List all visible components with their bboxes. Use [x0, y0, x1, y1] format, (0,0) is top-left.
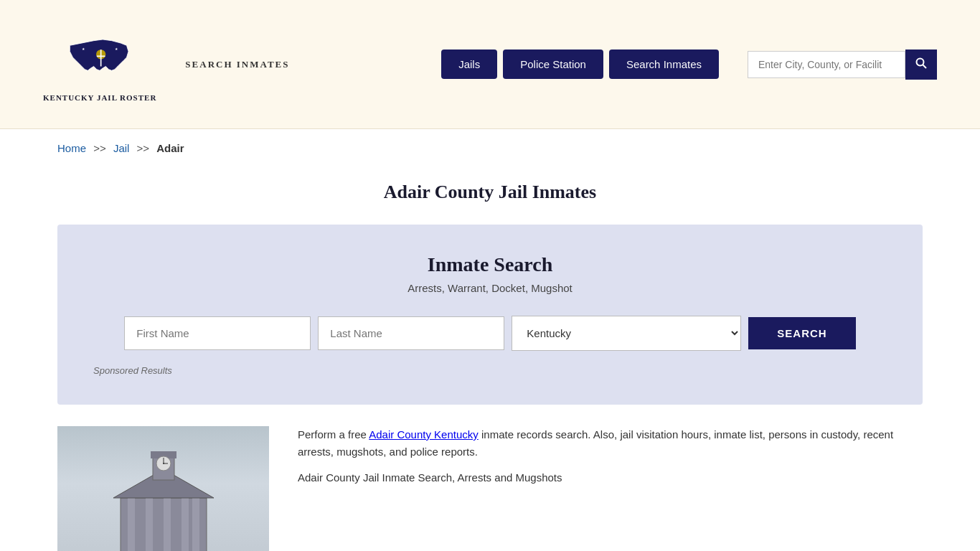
site-header: ★ ★ KENTUCKY JAIL ROSTER SEARCH INMATES … — [0, 0, 980, 129]
jail-image — [57, 426, 269, 551]
description-text: Perform a free Adair County Kentucky inm… — [298, 426, 923, 551]
svg-rect-11 — [182, 498, 189, 551]
jail-image-placeholder — [57, 426, 269, 551]
breadcrumb-current: Adair — [156, 142, 184, 154]
breadcrumb-jail-link[interactable]: Jail — [113, 142, 130, 154]
last-name-input[interactable] — [318, 316, 504, 350]
main-nav: Jails Police Station Search Inmates — [441, 50, 719, 79]
state-select[interactable]: AlabamaAlaskaArizonaArkansasCaliforniaCo… — [512, 316, 741, 351]
bottom-section: Perform a free Adair County Kentucky inm… — [57, 426, 923, 551]
adair-county-link[interactable]: Adair County Kentucky — [369, 428, 479, 441]
main-content: Adair County Jail Inmates Inmate Search … — [0, 167, 980, 551]
header-search-input[interactable] — [748, 51, 905, 78]
kentucky-logo-icon: ★ ★ — [64, 25, 136, 90]
first-name-input[interactable] — [124, 316, 311, 350]
site-title: SEARCH INMATES — [185, 59, 289, 70]
description-paragraph-1: Perform a free Adair County Kentucky inm… — [298, 426, 923, 461]
svg-rect-12 — [192, 498, 199, 551]
search-inmates-nav-button[interactable]: Search Inmates — [609, 50, 719, 79]
breadcrumb-sep1: >> — [93, 142, 106, 154]
svg-rect-10 — [164, 498, 171, 551]
page-title: Adair County Jail Inmates — [57, 182, 923, 203]
jails-nav-button[interactable]: Jails — [441, 50, 497, 79]
search-submit-button[interactable]: SEARCH — [748, 317, 855, 349]
police-station-nav-button[interactable]: Police Station — [503, 50, 603, 79]
search-box-title: Inmate Search — [93, 253, 887, 276]
logo-area[interactable]: ★ ★ KENTUCKY JAIL ROSTER — [43, 25, 156, 103]
logo-text: KENTUCKY JAIL ROSTER — [43, 93, 156, 103]
header-search-bar — [748, 50, 937, 80]
inmate-search-box: Inmate Search Arrests, Warrant, Docket, … — [57, 225, 923, 405]
breadcrumb-home-link[interactable]: Home — [57, 142, 86, 154]
search-icon — [915, 57, 927, 69]
sponsored-label: Sponsored Results — [93, 365, 887, 376]
svg-line-6 — [923, 65, 926, 68]
breadcrumb-sep2: >> — [137, 142, 150, 154]
description-paragraph-2: Adair County Jail Inmate Search, Arrests… — [298, 469, 923, 486]
search-box-subtitle: Arrests, Warrant, Docket, Mugshot — [93, 282, 887, 294]
breadcrumb: Home >> Jail >> Adair — [0, 129, 980, 167]
svg-rect-8 — [128, 498, 135, 551]
header-search-button[interactable] — [905, 50, 937, 80]
search-form-row: AlabamaAlaskaArizonaArkansasCaliforniaCo… — [93, 316, 887, 351]
building-illustration-icon — [99, 448, 228, 551]
svg-rect-9 — [146, 498, 153, 551]
